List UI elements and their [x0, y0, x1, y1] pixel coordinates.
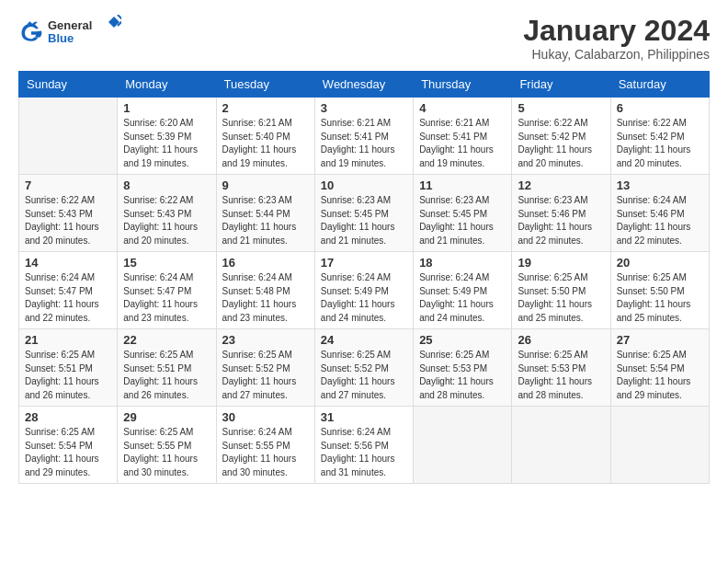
day-number: 18	[419, 256, 506, 270]
day-number: 28	[25, 410, 111, 424]
cell-info: Sunrise: 6:21 AMSunset: 5:41 PMDaylight:…	[419, 117, 506, 170]
calendar-cell	[512, 407, 610, 484]
week-row-4: 21Sunrise: 6:25 AMSunset: 5:51 PMDayligh…	[19, 329, 710, 407]
calendar-cell: 29Sunrise: 6:25 AMSunset: 5:55 PMDayligh…	[118, 407, 216, 484]
day-number: 5	[518, 101, 604, 115]
calendar-cell: 4Sunrise: 6:21 AMSunset: 5:41 PMDaylight…	[414, 98, 512, 175]
calendar-cell: 26Sunrise: 6:25 AMSunset: 5:53 PMDayligh…	[512, 329, 610, 407]
calendar-cell	[610, 407, 709, 484]
cell-info: Sunrise: 6:25 AMSunset: 5:53 PMDaylight:…	[518, 349, 604, 402]
day-number: 11	[419, 178, 506, 192]
cell-info: Sunrise: 6:22 AMSunset: 5:42 PMDaylight:…	[518, 117, 604, 170]
day-number: 27	[617, 333, 703, 347]
calendar-cell: 13Sunrise: 6:24 AMSunset: 5:46 PMDayligh…	[610, 175, 709, 252]
cell-info: Sunrise: 6:22 AMSunset: 5:42 PMDaylight:…	[617, 117, 703, 170]
month-title: January 2024	[523, 15, 710, 47]
calendar-cell: 23Sunrise: 6:25 AMSunset: 5:52 PMDayligh…	[216, 329, 314, 407]
day-number: 24	[321, 333, 407, 347]
day-number: 17	[321, 256, 407, 270]
day-number: 1	[123, 101, 210, 115]
day-number: 14	[25, 256, 111, 270]
cell-info: Sunrise: 6:25 AMSunset: 5:51 PMDaylight:…	[123, 349, 210, 402]
cell-info: Sunrise: 6:25 AMSunset: 5:53 PMDaylight:…	[419, 349, 506, 402]
day-header-sunday: Sunday	[19, 72, 118, 98]
cell-info: Sunrise: 6:25 AMSunset: 5:50 PMDaylight:…	[518, 271, 604, 325]
cell-info: Sunrise: 6:24 AMSunset: 5:47 PMDaylight:…	[123, 271, 210, 325]
cell-info: Sunrise: 6:25 AMSunset: 5:52 PMDaylight:…	[321, 349, 407, 402]
cell-info: Sunrise: 6:25 AMSunset: 5:54 PMDaylight:…	[617, 349, 703, 402]
location: Hukay, Calabarzon, Philippines	[523, 47, 710, 62]
calendar-table: SundayMondayTuesdayWednesdayThursdayFrid…	[18, 71, 710, 484]
cell-info: Sunrise: 6:24 AMSunset: 5:49 PMDaylight:…	[321, 271, 407, 325]
calendar-cell: 20Sunrise: 6:25 AMSunset: 5:50 PMDayligh…	[610, 252, 709, 329]
calendar-cell: 30Sunrise: 6:24 AMSunset: 5:55 PMDayligh…	[216, 407, 314, 484]
day-number: 21	[25, 333, 111, 347]
calendar-cell: 7Sunrise: 6:22 AMSunset: 5:43 PMDaylight…	[19, 175, 118, 252]
calendar-cell: 3Sunrise: 6:21 AMSunset: 5:41 PMDaylight…	[314, 98, 413, 175]
week-row-5: 28Sunrise: 6:25 AMSunset: 5:54 PMDayligh…	[19, 407, 710, 484]
day-number: 26	[518, 333, 604, 347]
title-block: January 2024 Hukay, Calabarzon, Philippi…	[523, 15, 710, 62]
cell-info: Sunrise: 6:20 AMSunset: 5:39 PMDaylight:…	[123, 117, 210, 170]
calendar-cell: 21Sunrise: 6:25 AMSunset: 5:51 PMDayligh…	[19, 329, 118, 407]
calendar-cell: 17Sunrise: 6:24 AMSunset: 5:49 PMDayligh…	[314, 252, 413, 329]
cell-info: Sunrise: 6:24 AMSunset: 5:47 PMDaylight:…	[25, 271, 111, 325]
cell-info: Sunrise: 6:23 AMSunset: 5:45 PMDaylight:…	[321, 194, 407, 247]
calendar-cell: 6Sunrise: 6:22 AMSunset: 5:42 PMDaylight…	[610, 98, 709, 175]
day-number: 16	[222, 256, 309, 270]
calendar-cell: 9Sunrise: 6:23 AMSunset: 5:44 PMDaylight…	[216, 175, 314, 252]
calendar-cell: 8Sunrise: 6:22 AMSunset: 5:43 PMDaylight…	[118, 175, 216, 252]
cell-info: Sunrise: 6:24 AMSunset: 5:49 PMDaylight:…	[419, 271, 506, 325]
calendar-header-row: SundayMondayTuesdayWednesdayThursdayFrid…	[19, 72, 710, 98]
calendar-cell: 2Sunrise: 6:21 AMSunset: 5:40 PMDaylight…	[216, 98, 314, 175]
calendar-cell: 15Sunrise: 6:24 AMSunset: 5:47 PMDayligh…	[118, 252, 216, 329]
day-number: 10	[321, 178, 407, 192]
day-number: 20	[617, 256, 703, 270]
cell-info: Sunrise: 6:24 AMSunset: 5:56 PMDaylight:…	[321, 426, 407, 479]
day-number: 4	[419, 101, 506, 115]
day-header-saturday: Saturday	[610, 72, 709, 98]
calendar-cell: 18Sunrise: 6:24 AMSunset: 5:49 PMDayligh…	[414, 252, 512, 329]
cell-info: Sunrise: 6:21 AMSunset: 5:40 PMDaylight:…	[222, 117, 309, 170]
cell-info: Sunrise: 6:24 AMSunset: 5:46 PMDaylight:…	[617, 194, 703, 247]
cell-info: Sunrise: 6:23 AMSunset: 5:46 PMDaylight:…	[518, 194, 604, 247]
cell-info: Sunrise: 6:24 AMSunset: 5:55 PMDaylight:…	[222, 426, 309, 479]
day-number: 25	[419, 333, 506, 347]
day-number: 12	[518, 178, 604, 192]
day-header-thursday: Thursday	[414, 72, 512, 98]
calendar-cell: 12Sunrise: 6:23 AMSunset: 5:46 PMDayligh…	[512, 175, 610, 252]
calendar-cell	[414, 407, 512, 484]
week-row-1: 1Sunrise: 6:20 AMSunset: 5:39 PMDaylight…	[19, 98, 710, 175]
day-number: 30	[222, 410, 309, 424]
day-number: 7	[25, 178, 111, 192]
calendar-cell: 10Sunrise: 6:23 AMSunset: 5:45 PMDayligh…	[314, 175, 413, 252]
day-number: 31	[321, 410, 407, 424]
cell-info: Sunrise: 6:24 AMSunset: 5:48 PMDaylight:…	[222, 271, 309, 325]
calendar-cell: 16Sunrise: 6:24 AMSunset: 5:48 PMDayligh…	[216, 252, 314, 329]
day-header-monday: Monday	[118, 72, 216, 98]
day-number: 6	[617, 101, 703, 115]
calendar-cell: 1Sunrise: 6:20 AMSunset: 5:39 PMDaylight…	[118, 98, 216, 175]
svg-text:Blue: Blue	[48, 31, 74, 45]
logo-text: General Blue	[48, 15, 121, 52]
header: General Blue January 2024 Hukay, Calabar…	[18, 15, 710, 62]
calendar-cell: 14Sunrise: 6:24 AMSunset: 5:47 PMDayligh…	[19, 252, 118, 329]
cell-info: Sunrise: 6:21 AMSunset: 5:41 PMDaylight:…	[321, 117, 407, 170]
cell-info: Sunrise: 6:25 AMSunset: 5:55 PMDaylight:…	[123, 426, 210, 479]
day-header-friday: Friday	[512, 72, 610, 98]
calendar-cell: 11Sunrise: 6:23 AMSunset: 5:45 PMDayligh…	[414, 175, 512, 252]
calendar-cell: 31Sunrise: 6:24 AMSunset: 5:56 PMDayligh…	[314, 407, 413, 484]
calendar-cell: 24Sunrise: 6:25 AMSunset: 5:52 PMDayligh…	[314, 329, 413, 407]
cell-info: Sunrise: 6:25 AMSunset: 5:52 PMDaylight:…	[222, 349, 309, 402]
page: General Blue January 2024 Hukay, Calabar…	[0, 0, 728, 563]
calendar-cell: 28Sunrise: 6:25 AMSunset: 5:54 PMDayligh…	[19, 407, 118, 484]
day-number: 13	[617, 178, 703, 192]
cell-info: Sunrise: 6:23 AMSunset: 5:45 PMDaylight:…	[419, 194, 506, 247]
calendar-cell: 27Sunrise: 6:25 AMSunset: 5:54 PMDayligh…	[610, 329, 709, 407]
day-number: 22	[123, 333, 210, 347]
calendar-cell: 5Sunrise: 6:22 AMSunset: 5:42 PMDaylight…	[512, 98, 610, 175]
cell-info: Sunrise: 6:23 AMSunset: 5:44 PMDaylight:…	[222, 194, 309, 247]
day-number: 8	[123, 178, 210, 192]
calendar-cell: 25Sunrise: 6:25 AMSunset: 5:53 PMDayligh…	[414, 329, 512, 407]
day-header-wednesday: Wednesday	[314, 72, 413, 98]
